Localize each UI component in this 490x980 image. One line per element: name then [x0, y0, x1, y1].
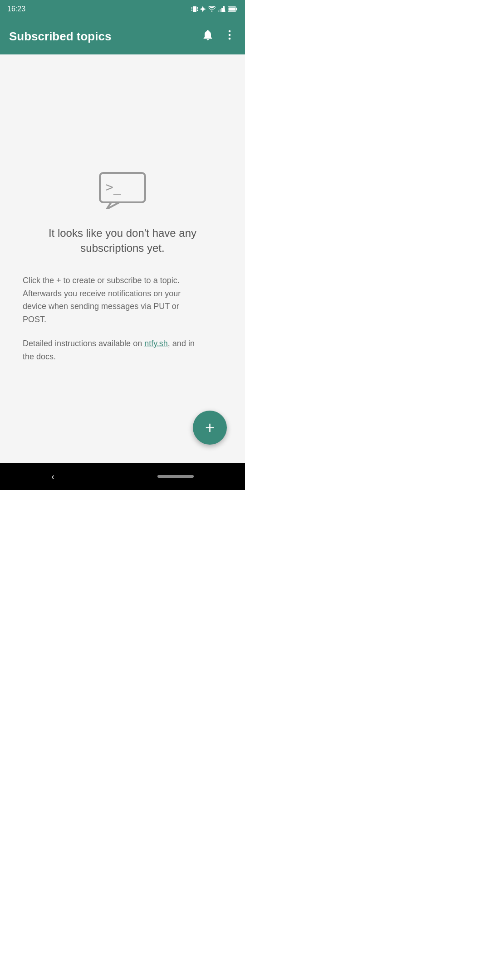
home-pill[interactable] — [157, 475, 194, 478]
battery-icon — [228, 6, 238, 12]
svg-rect-7 — [220, 9, 221, 12]
page-title: Subscribed topics — [9, 29, 111, 44]
add-icon: + — [205, 420, 215, 436]
main-content: >_ It looks like you don't have any subs… — [0, 54, 245, 463]
svg-marker-5 — [200, 6, 206, 12]
svg-rect-13 — [229, 8, 235, 11]
svg-rect-4 — [197, 10, 198, 11]
signal-icon — [218, 6, 226, 12]
svg-rect-8 — [221, 8, 223, 12]
svg-marker-18 — [107, 202, 119, 209]
svg-rect-1 — [191, 7, 192, 9]
add-subscription-fab[interactable]: + — [193, 411, 227, 445]
notification-bell-icon[interactable] — [201, 29, 214, 44]
app-bar-actions — [201, 29, 236, 44]
terminal-chat-icon: >_ — [98, 171, 147, 209]
ntfy-link[interactable]: ntfy.sh — [144, 339, 168, 348]
svg-point-15 — [229, 34, 231, 36]
empty-state-title: It looks like you don't have any subscri… — [45, 225, 200, 256]
back-button[interactable]: ‹ — [51, 471, 54, 482]
svg-rect-0 — [193, 6, 196, 12]
nav-bar: ‹ — [0, 463, 245, 490]
spark-icon — [200, 6, 206, 12]
description2-before: Detailed instructions available on — [23, 339, 144, 348]
empty-state-description: Click the + to create or subscribe to a … — [18, 274, 209, 374]
vibrate-icon — [191, 5, 198, 13]
empty-description-2: Detailed instructions available on ntfy.… — [23, 337, 204, 363]
empty-description-1: Click the + to create or subscribe to a … — [23, 274, 204, 326]
status-time: 16:23 — [7, 5, 25, 13]
wifi-icon — [208, 6, 216, 12]
fab-container: + — [193, 411, 227, 445]
svg-rect-3 — [197, 7, 198, 9]
svg-point-16 — [229, 37, 231, 39]
more-options-icon[interactable] — [223, 29, 236, 44]
svg-rect-12 — [236, 8, 237, 10]
svg-rect-2 — [191, 10, 192, 11]
empty-state-icon: >_ — [98, 171, 147, 211]
status-bar: 16:23 — [0, 0, 245, 18]
app-bar: Subscribed topics — [0, 18, 245, 54]
svg-rect-6 — [218, 10, 219, 12]
svg-point-14 — [229, 30, 231, 32]
empty-state: >_ It looks like you don't have any subs… — [18, 54, 227, 463]
svg-text:>_: >_ — [106, 180, 121, 195]
status-icons — [191, 5, 238, 13]
